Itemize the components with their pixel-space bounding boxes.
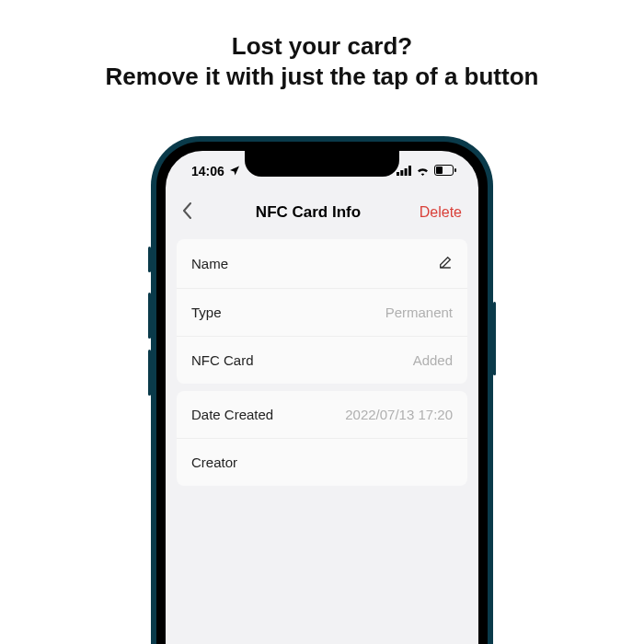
notch — [245, 151, 399, 177]
row-value: Added — [413, 352, 453, 368]
row-creator: Creator — [177, 438, 467, 486]
svg-rect-0 — [397, 172, 399, 176]
headline-line2: Remove it with just the tap of a button — [0, 62, 644, 92]
row-type: Type Permanent — [177, 288, 467, 336]
wifi-icon — [416, 164, 430, 178]
svg-rect-5 — [436, 167, 443, 174]
phone-screen: 14:06 — [166, 151, 478, 644]
row-nfc: NFC Card Added — [177, 336, 467, 384]
location-icon — [229, 164, 240, 178]
svg-rect-3 — [408, 166, 411, 176]
phone-mockup: 14:06 — [151, 136, 493, 644]
svg-rect-2 — [405, 168, 408, 176]
volume-up-button — [148, 293, 151, 339]
battery-icon — [434, 164, 456, 178]
nav-bar: NFC Card Info Delete — [166, 191, 478, 234]
row-label: Creator — [191, 454, 237, 470]
row-value: Permanent — [385, 305, 453, 320]
silence-switch — [148, 247, 151, 272]
signal-icon — [397, 164, 411, 178]
svg-rect-1 — [400, 170, 403, 176]
edit-icon[interactable] — [438, 255, 453, 272]
headline-line1: Lost your card? — [0, 31, 644, 62]
row-label: NFC Card — [191, 352, 254, 368]
back-button[interactable] — [182, 201, 210, 224]
row-label: Date Created — [191, 407, 273, 422]
row-label: Name — [191, 256, 228, 271]
row-name[interactable]: Name — [177, 239, 467, 288]
page-title: NFC Card Info — [256, 203, 361, 222]
nav-delete-button[interactable]: Delete — [407, 204, 462, 221]
card-meta-group: Date Created 2022/07/13 17:20 Creator — [177, 391, 467, 486]
card-info-group: Name Type Permanent NFC Card Added — [177, 239, 467, 384]
volume-down-button — [148, 350, 151, 396]
row-value: 2022/07/13 17:20 — [345, 407, 453, 422]
power-button — [493, 302, 496, 375]
row-label: Type — [191, 305, 222, 320]
content: Name Type Permanent NFC Card Added — [166, 234, 478, 486]
row-date-created: Date Created 2022/07/13 17:20 — [177, 391, 467, 438]
svg-rect-6 — [454, 168, 456, 172]
marketing-headline: Lost your card? Remove it with just the … — [0, 0, 644, 91]
status-time: 14:06 — [191, 164, 224, 178]
